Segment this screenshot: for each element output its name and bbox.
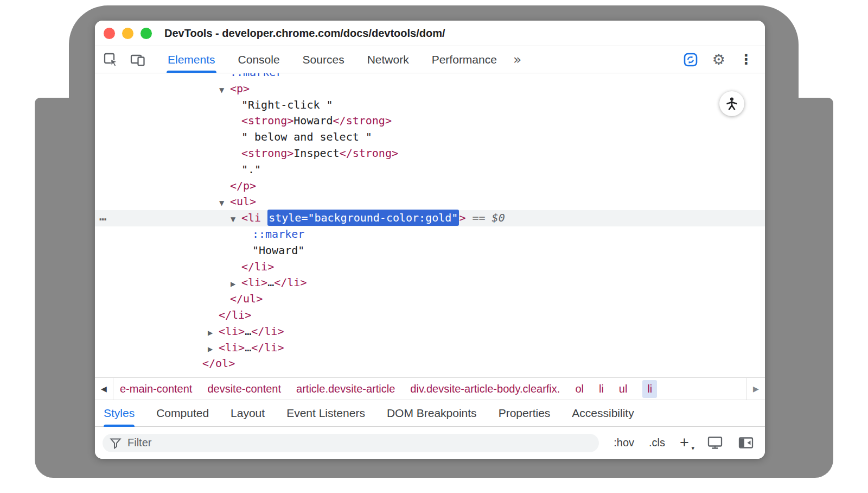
- window-controls: [104, 28, 152, 39]
- dom-tree-line[interactable]: </ul>: [95, 291, 765, 307]
- code-token: </ul>: [230, 292, 263, 305]
- breadcrumb-item[interactable]: ul: [619, 383, 628, 395]
- edited-attribute-selection[interactable]: style="background-color:gold": [267, 210, 459, 226]
- inspect-element-icon[interactable]: [103, 52, 119, 68]
- plus-caret-icon: ▾: [691, 445, 694, 452]
- tab-elements[interactable]: Elements: [168, 46, 215, 73]
- device-toolbar-icon[interactable]: [130, 52, 146, 67]
- accessibility-person-icon: [724, 96, 739, 111]
- breadcrumb-item[interactable]: ol: [575, 383, 584, 395]
- dom-tree-line[interactable]: ::marker: [95, 226, 765, 243]
- maximize-button[interactable]: [141, 28, 152, 39]
- collapsed-content-button[interactable]: …: [245, 341, 251, 354]
- code-token: "Right-click ": [241, 98, 333, 111]
- tab-console[interactable]: Console: [238, 46, 280, 73]
- breadcrumb-scroll-left-icon[interactable]: ◀: [95, 378, 113, 400]
- code-token: ==: [465, 211, 492, 224]
- styles-tab-dom-breakpoints[interactable]: DOM Breakpoints: [387, 400, 477, 426]
- code-token: </strong>: [333, 114, 392, 127]
- dom-tree-line[interactable]: " below and select ": [95, 129, 765, 146]
- breadcrumb-item[interactable]: li: [642, 380, 657, 398]
- styles-tab-accessibility[interactable]: Accessibility: [572, 400, 634, 426]
- breadcrumb-item[interactable]: div.devsite-article-body.clearfix.: [410, 383, 560, 395]
- node-overflow-icon[interactable]: …: [99, 208, 107, 225]
- breadcrumb-item[interactable]: article.devsite-article: [296, 383, 395, 395]
- code-token: <li: [241, 211, 267, 224]
- code-token: <ul>: [230, 195, 256, 208]
- styles-tab-event-listeners[interactable]: Event Listeners: [286, 400, 365, 426]
- dom-tree-line[interactable]: ▶<li>…</li>: [95, 340, 765, 356]
- breadcrumb-item[interactable]: devsite-content: [207, 383, 281, 395]
- code-token: ::marker: [230, 73, 282, 79]
- code-token: <li>: [241, 276, 267, 289]
- collapse-arrow-icon[interactable]: ▼: [219, 83, 230, 99]
- sync-icon[interactable]: [683, 52, 698, 67]
- breadcrumb: e-main-contentdevsite-contentarticle.dev…: [113, 380, 657, 398]
- dom-tree-line[interactable]: <strong>Howard</strong>: [95, 113, 765, 129]
- tab-sources[interactable]: Sources: [303, 46, 344, 73]
- rendering-monitor-icon[interactable]: [707, 435, 723, 450]
- expand-arrow-icon[interactable]: ▶: [231, 276, 241, 293]
- breadcrumb-item[interactable]: e-main-content: [120, 383, 192, 395]
- styles-tab-computed[interactable]: Computed: [156, 400, 209, 426]
- code-token: </li>: [219, 308, 251, 321]
- dom-tree-line[interactable]: ▼<ul>: [95, 194, 765, 210]
- dom-tree-line[interactable]: …▼<li style="background-color:gold"> == …: [95, 210, 765, 226]
- toggle-sidebar-icon[interactable]: [738, 436, 754, 450]
- dom-tree-line[interactable]: </ol>: [95, 356, 765, 372]
- toolbar-right: ⚙ ⋮: [683, 52, 765, 67]
- minimize-button[interactable]: [122, 28, 133, 39]
- dom-tree-line[interactable]: "Right-click ": [95, 97, 765, 113]
- code-token: $0: [492, 211, 505, 224]
- tab-network[interactable]: Network: [367, 46, 409, 73]
- code-token: Howard: [293, 114, 333, 127]
- toggle-element-state-button[interactable]: :hov: [614, 437, 634, 449]
- close-button[interactable]: [104, 28, 115, 39]
- dom-tree-line[interactable]: </li>: [95, 307, 765, 324]
- titlebar: DevTools - developer.chrome.com/docs/dev…: [95, 21, 765, 46]
- dom-tree-line[interactable]: ::marker: [95, 73, 765, 81]
- styles-filter-bar: :hov .cls + ▾: [95, 427, 765, 459]
- code-token: <strong>: [241, 114, 293, 127]
- code-token: <p>: [230, 82, 250, 95]
- panel-tabs: ElementsConsoleSourcesNetworkPerformance: [168, 46, 497, 73]
- accessibility-button[interactable]: [719, 91, 744, 116]
- expand-arrow-icon[interactable]: ▶: [208, 325, 219, 342]
- collapse-arrow-icon[interactable]: ▼: [219, 195, 230, 212]
- code-token: <li>: [219, 341, 245, 354]
- plus-icon: +: [680, 435, 689, 451]
- styles-filter-input[interactable]: [103, 434, 599, 452]
- dom-tree-line[interactable]: ▶<li>…</li>: [95, 324, 765, 340]
- collapse-arrow-icon[interactable]: ▼: [231, 212, 241, 228]
- collapsed-content-button[interactable]: …: [245, 325, 251, 338]
- styles-tab-styles[interactable]: Styles: [104, 400, 135, 426]
- dom-tree-line[interactable]: ".": [95, 162, 765, 178]
- styles-tab-layout[interactable]: Layout: [231, 400, 265, 426]
- dom-tree-line[interactable]: </li>: [95, 259, 765, 275]
- breadcrumb-item[interactable]: li: [599, 383, 604, 395]
- element-classes-button[interactable]: .cls: [649, 437, 665, 449]
- dom-tree-line[interactable]: "Howard": [95, 243, 765, 259]
- styles-toolbar-buttons: :hov .cls + ▾: [614, 435, 754, 451]
- code-token: >: [459, 211, 465, 224]
- filter-funnel-icon: [110, 437, 122, 449]
- expand-arrow-icon[interactable]: ▶: [208, 342, 219, 358]
- code-token: ".": [241, 163, 261, 176]
- tab-performance[interactable]: Performance: [432, 46, 497, 73]
- new-style-rule-button[interactable]: + ▾: [680, 435, 689, 451]
- dom-tree-line[interactable]: <strong>Inspect</strong>: [95, 146, 765, 162]
- code-token: </p>: [230, 179, 256, 192]
- styles-tabs-bar: StylesComputedLayoutEvent ListenersDOM B…: [95, 400, 765, 427]
- menu-kebab-icon[interactable]: ⋮: [739, 53, 753, 66]
- dom-tree-line[interactable]: ▼<p>: [95, 81, 765, 97]
- collapsed-content-button[interactable]: …: [267, 276, 274, 289]
- breadcrumb-scroll-right-icon[interactable]: ▶: [746, 378, 765, 400]
- dom-tree-line[interactable]: </p>: [95, 178, 765, 194]
- styles-tab-properties[interactable]: Properties: [499, 400, 551, 426]
- more-tabs-icon[interactable]: »: [513, 52, 521, 67]
- code-token: Inspect: [293, 147, 339, 160]
- window-title: DevTools - developer.chrome.com/docs/dev…: [164, 27, 445, 40]
- dom-tree-line[interactable]: ▶<li>…</li>: [95, 275, 765, 291]
- settings-gear-icon[interactable]: ⚙: [712, 52, 725, 67]
- code-token: "Howard": [252, 244, 304, 257]
